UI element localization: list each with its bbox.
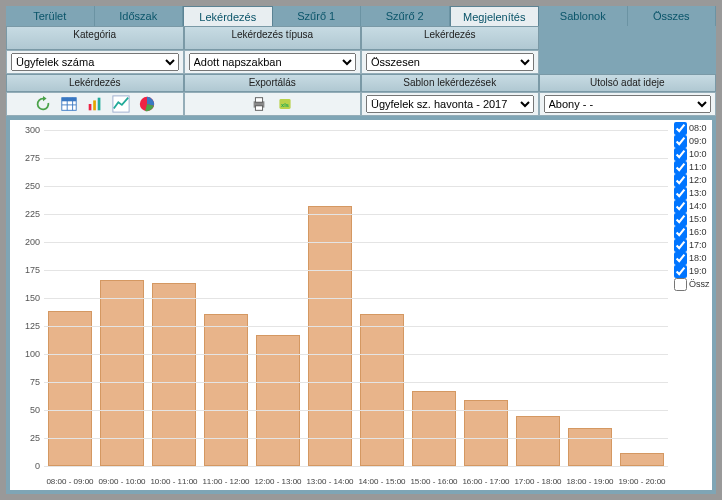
legend-checkbox[interactable] <box>674 278 687 291</box>
gridline <box>44 438 668 439</box>
tab-szűrő 1[interactable]: Szűrő 1 <box>273 6 362 26</box>
lastdata-select[interactable]: Abony - - <box>544 95 712 113</box>
querytype-select[interactable]: Adott napszakban <box>189 53 357 71</box>
cell-runicons <box>6 92 184 116</box>
legend-label: 16:0 <box>689 226 707 239</box>
template-select[interactable]: Ügyfelek sz. havonta - 2017 <box>366 95 534 113</box>
legend-row: 13:0 <box>674 187 712 200</box>
legend-checkbox[interactable] <box>674 135 687 148</box>
svg-rect-6 <box>93 100 96 110</box>
refresh-icon[interactable] <box>34 95 52 113</box>
header-export: Exportálás <box>184 74 362 92</box>
legend-row: 19:0 <box>674 265 712 278</box>
legend-checkbox[interactable] <box>674 226 687 239</box>
legend-label: 13:0 <box>689 187 707 200</box>
bar[interactable] <box>204 314 248 466</box>
bar[interactable] <box>412 391 456 466</box>
bar[interactable] <box>516 416 560 466</box>
chart-wrapper: 0255075100125150175200225250275300 08:00… <box>6 116 716 494</box>
legend-row: 08:0 <box>674 122 712 135</box>
legend-label: 09:0 <box>689 135 707 148</box>
icon-row <box>34 95 156 113</box>
legend-checkbox[interactable] <box>674 239 687 252</box>
gridline <box>44 130 668 131</box>
header-run: Lekérdezés <box>6 74 184 92</box>
y-tick-label: 200 <box>14 237 40 247</box>
tab-lekérdezés[interactable]: Lekérdezés <box>183 6 273 26</box>
gridline <box>44 158 668 159</box>
legend-label: 18:0 <box>689 252 707 265</box>
tab-szűrő 2[interactable]: Szűrő 2 <box>361 6 450 26</box>
y-tick-label: 150 <box>14 293 40 303</box>
query-select[interactable]: Összesen <box>366 53 534 71</box>
legend-row: 09:0 <box>674 135 712 148</box>
header-querytype: Lekérdezés típusa <box>184 26 362 50</box>
legend-label: 10:0 <box>689 148 707 161</box>
blank-cell <box>539 26 717 50</box>
cell-exporticons: xls <box>184 92 362 116</box>
legend-checkbox[interactable] <box>674 122 687 135</box>
bar[interactable] <box>308 206 352 466</box>
gridline <box>44 410 668 411</box>
line-chart-icon[interactable] <box>112 95 130 113</box>
tab-terület[interactable]: Terület <box>6 6 95 26</box>
legend-label: 12:0 <box>689 174 707 187</box>
header-template: Sablon lekérdezések <box>361 74 539 92</box>
tab-sablonok[interactable]: Sablonok <box>539 6 628 26</box>
y-tick-label: 225 <box>14 209 40 219</box>
print-icon[interactable] <box>250 95 268 113</box>
legend-row: 17:0 <box>674 239 712 252</box>
cell-querytype: Adott napszakban <box>184 50 362 74</box>
cell-template: Ügyfelek sz. havonta - 2017 <box>361 92 539 116</box>
legend-checkbox[interactable] <box>674 252 687 265</box>
legend-checkbox[interactable] <box>674 187 687 200</box>
excel-icon[interactable]: xls <box>276 95 294 113</box>
cell-query: Összesen <box>361 50 539 74</box>
legend-checkbox[interactable] <box>674 200 687 213</box>
bar-chart-icon[interactable] <box>86 95 104 113</box>
x-tick-label: 17:00 - 18:00 <box>512 477 564 486</box>
legend-checkbox[interactable] <box>674 148 687 161</box>
x-tick-label: 13:00 - 14:00 <box>304 477 356 486</box>
legend-checkbox[interactable] <box>674 174 687 187</box>
x-tick-label: 10:00 - 11:00 <box>148 477 200 486</box>
x-tick-label: 16:00 - 17:00 <box>460 477 512 486</box>
legend-row: 16:0 <box>674 226 712 239</box>
y-tick-label: 175 <box>14 265 40 275</box>
legend-label: 11:0 <box>689 161 707 174</box>
tab-összes[interactable]: Összes <box>628 6 717 26</box>
bar[interactable] <box>48 311 92 466</box>
category-select[interactable]: Ügyfelek száma <box>11 53 179 71</box>
x-tick-label: 08:00 - 09:00 <box>44 477 96 486</box>
legend-checkbox[interactable] <box>674 161 687 174</box>
legend-checkbox[interactable] <box>674 213 687 226</box>
gridline <box>44 270 668 271</box>
legend-label: 17:0 <box>689 239 707 252</box>
svg-rect-12 <box>256 106 263 111</box>
gridline <box>44 466 668 467</box>
x-tick-label: 14:00 - 15:00 <box>356 477 408 486</box>
legend-label: 15:0 <box>689 213 707 226</box>
legend-label: 19:0 <box>689 265 707 278</box>
gridline <box>44 214 668 215</box>
legend-checkbox[interactable] <box>674 265 687 278</box>
legend-row: Össz <box>674 278 712 291</box>
pie-chart-icon[interactable] <box>138 95 156 113</box>
bar[interactable] <box>620 453 664 466</box>
gridline <box>44 354 668 355</box>
bar[interactable] <box>360 314 404 466</box>
svg-rect-7 <box>97 98 100 111</box>
tab-időszak[interactable]: Időszak <box>95 6 184 26</box>
tab-bar: TerületIdőszakLekérdezésSzűrő 1Szűrő 2Me… <box>6 6 716 26</box>
legend-label: 08:0 <box>689 122 707 135</box>
header-category: Kategória <box>6 26 184 50</box>
x-tick-label: 09:00 - 10:00 <box>96 477 148 486</box>
table-icon[interactable] <box>60 95 78 113</box>
gridline <box>44 298 668 299</box>
tab-megjelenítés[interactable]: Megjelenítés <box>450 6 540 26</box>
bar[interactable] <box>568 428 612 466</box>
legend-row: 18:0 <box>674 252 712 265</box>
legend-row: 15:0 <box>674 213 712 226</box>
gridline <box>44 242 668 243</box>
cell-category: Ügyfelek száma <box>6 50 184 74</box>
